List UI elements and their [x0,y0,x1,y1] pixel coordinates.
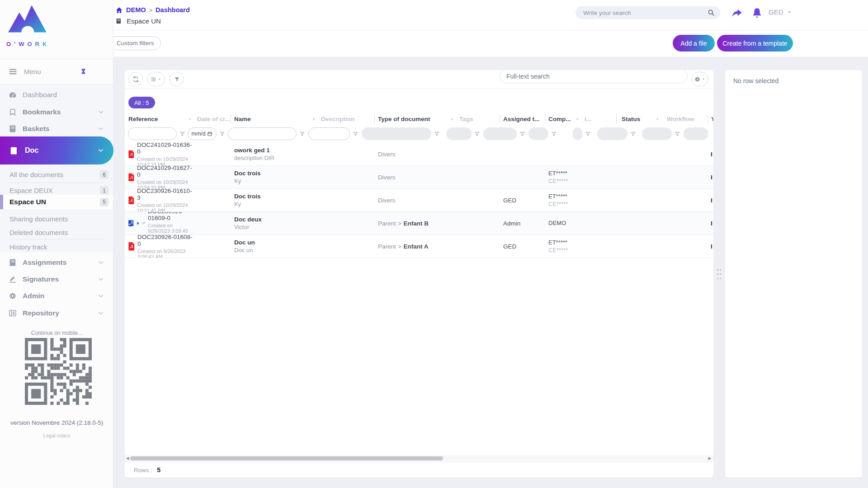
menu-toggle[interactable]: Menu [0,59,113,84]
funnel-icon[interactable] [434,131,440,137]
sidebar-item-repository[interactable]: Repository [0,305,113,321]
sidebar-subitem-espace-un[interactable]: Espace UN 5 [0,195,113,209]
column-header-tags[interactable]: Tags [456,113,500,125]
document-reference: DOC241029-01636-0 [137,143,193,155]
sidebar-subitem-all-documents[interactable]: All the documents 6 [0,168,113,182]
sidebar-item-admin[interactable]: Admin [0,287,113,304]
sidebar-item-dashboard[interactable]: Dashboard [0,86,113,103]
table-row[interactable]: DOC230926-01609-0 Created on 9/26/2023 3… [125,212,713,235]
app-logo[interactable]: O'WORK [6,3,48,47]
workflow-cell [661,143,708,165]
comp-cell: DEMO [545,212,581,235]
table-row[interactable]: DOC230926-01608-0 Created on 9/26/2023 3… [125,235,713,258]
hamburger-icon[interactable] [8,67,18,76]
filter-name-input[interactable] [228,127,297,140]
column-header-status[interactable]: Status [616,113,661,125]
funnel-icon[interactable] [179,131,185,137]
scroll-right-arrow-icon[interactable]: ▶ [707,456,712,460]
table-row[interactable]: DOC241029-01627-0 Created on 10/29/2024 … [125,166,713,189]
filter-workflow-select[interactable] [642,127,672,140]
filter-description-input[interactable] [308,127,350,140]
funnel-icon[interactable] [519,131,525,137]
sidebar-item-bookmarks[interactable]: Bookmarks [0,103,113,120]
menu-label: Menu [24,68,41,75]
filter-y-select[interactable] [684,127,708,140]
column-header-type[interactable]: Type of document [374,113,456,125]
breadcrumb-root[interactable]: DEMO [126,6,146,14]
column-header-reference[interactable]: Reference [125,113,193,125]
legal-notice-link[interactable]: Legal notice [0,433,113,438]
tags-cell [456,189,500,211]
scroll-left-arrow-icon[interactable]: ◀ [125,456,130,460]
column-header-description[interactable]: Description [317,113,374,125]
funnel-icon[interactable] [353,131,359,137]
funnel-icon[interactable] [299,131,305,137]
column-header-y[interactable]: Y [708,113,713,125]
table-row[interactable]: DOC230926-01610-3 Created on 10/29/2024 … [125,189,713,212]
filter-button[interactable] [170,72,184,86]
filter-assigned-select[interactable] [483,127,517,140]
sidebar-item-baskets[interactable]: Baskets [0,120,113,137]
sidebar-item-assignments[interactable]: Assignments [0,254,113,271]
create-from-template-button[interactable]: Create from a template [717,35,793,52]
filter-date-input[interactable]: mm/d [188,127,217,140]
y-cell: I [708,235,713,258]
breadcrumb-page[interactable]: Dashboard [156,6,190,14]
funnel-icon[interactable] [551,131,557,137]
filter-i-select[interactable] [573,127,582,140]
filter-status-select[interactable] [597,127,627,140]
sidebar-subitem-deleted-documents[interactable]: Deleted documents [0,225,113,239]
search-icon[interactable] [707,9,715,17]
horizontal-scrollbar[interactable]: ◀ ▶ [125,455,713,461]
sidebar-subitem-history-track[interactable]: History track [0,240,113,254]
panel-resize-handle[interactable] [717,269,722,281]
share-icon[interactable] [731,7,743,19]
document-reference: DOC230926-01608-0 [137,235,193,247]
pin-sidebar-icon[interactable] [79,67,88,76]
filter-comp-select[interactable] [528,127,548,140]
table-settings-button[interactable] [691,72,708,86]
filter-type-select[interactable] [362,127,431,140]
sidebar-subitem-sharing-documents[interactable]: Sharing documents [0,212,113,226]
add-file-button[interactable]: Add a file [673,35,715,52]
column-header-i[interactable]: I... [581,113,616,125]
funnel-icon[interactable] [675,131,680,137]
sort-arrow-icon[interactable] [575,117,580,122]
status-cell [616,143,661,165]
funnel-icon[interactable] [585,131,591,137]
filter-tags-select[interactable] [446,127,472,140]
fulltext-search-input[interactable] [506,73,681,80]
funnel-icon[interactable] [630,131,636,137]
column-header-date[interactable]: Date of cr... [193,113,231,125]
global-search-input[interactable] [583,9,707,16]
filter-reference-input[interactable] [128,127,177,140]
calendar-icon[interactable] [207,131,212,136]
global-search[interactable] [576,6,720,19]
column-header-name[interactable]: Name [231,113,317,125]
sort-arrow-icon[interactable] [188,117,193,122]
refresh-button[interactable] [128,72,143,86]
all-filter-badge[interactable]: All : 5 [128,97,155,108]
notifications-bell-icon[interactable] [751,7,763,19]
assigned-cell [500,166,545,188]
sidebar-item-signatures[interactable]: Signatures [0,271,113,287]
columns-button[interactable] [147,72,165,86]
sort-arrow-icon[interactable] [311,117,316,122]
sort-arrow-icon[interactable] [450,117,455,122]
scrollbar-thumb[interactable] [130,456,443,460]
qr-code [25,338,92,405]
table-row[interactable]: DOC241029-01636-0 Created on 10/29/2024 … [125,143,713,166]
filter-tags [440,127,480,140]
sort-arrow-icon[interactable] [655,117,660,122]
column-header-comp[interactable]: Comp... [545,113,581,125]
sidebar-item-doc-active[interactable]: Doc [0,136,113,164]
type-cell: Parent > Enfant B [374,212,456,235]
home-icon[interactable] [115,6,123,14]
column-header-workflow[interactable]: Workflow [661,113,708,125]
funnel-icon[interactable] [474,131,480,137]
fulltext-search[interactable] [500,70,688,83]
chevron-down-icon [97,259,104,266]
column-header-assigned[interactable]: Assigned t... [500,113,545,125]
document-created: Created on 10/29/2024 10:21:41 PM [137,202,193,212]
profile-menu[interactable]: GED [769,8,793,16]
